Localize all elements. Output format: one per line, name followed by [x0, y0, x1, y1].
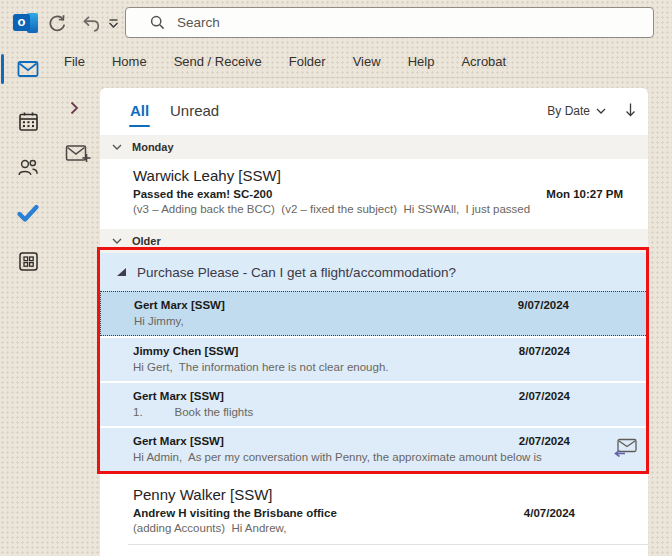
- message-preview: Hi Admin, As per my conversation with Pe…: [133, 451, 604, 463]
- calendar-icon: [17, 110, 40, 133]
- undo-button[interactable]: [78, 13, 102, 33]
- message-preview: 1. Book the flights: [133, 406, 604, 418]
- message-sender: Jimmy Chen [SSW]: [133, 345, 238, 357]
- nav-todo[interactable]: [0, 197, 56, 229]
- conversation-message[interactable]: Gert Marx [SSW] 2/07/2024 Hi Admin, As p…: [100, 426, 648, 472]
- search-icon: [150, 15, 165, 30]
- menu-view[interactable]: View: [353, 54, 381, 69]
- email-preview: (adding Accounts) Hi Andrew,: [133, 522, 628, 534]
- people-icon: [16, 156, 40, 178]
- conversation-message[interactable]: Gert Marx [SSW] 2/07/2024 1. Book the fl…: [100, 381, 648, 426]
- email-subject: Passed the exam! SC-200: [133, 188, 272, 200]
- tab-all-label: All: [130, 102, 149, 119]
- replied-icon: [613, 437, 639, 457]
- menu-send-receive[interactable]: Send / Receive: [174, 54, 262, 69]
- undo-icon: [79, 13, 101, 33]
- apps-grid-icon: [17, 250, 40, 273]
- message-list: All Unread By Date Monday: [100, 88, 648, 556]
- arrow-down-icon: [624, 102, 637, 118]
- new-email-button[interactable]: [65, 141, 93, 167]
- conversation-title: Purchase Please - Can I get a flight/acc…: [137, 265, 456, 280]
- menu-acrobat[interactable]: Acrobat: [461, 54, 506, 69]
- sort-by-dropdown[interactable]: By Date: [547, 104, 606, 118]
- send-receive-sync-button[interactable]: [45, 12, 69, 34]
- nav-mail[interactable]: [0, 53, 56, 85]
- email-subject: Andrew H visiting the Brisbane office: [133, 507, 337, 519]
- row-divider: [128, 544, 648, 545]
- search-input[interactable]: [177, 15, 653, 30]
- tab-all[interactable]: All: [130, 102, 149, 119]
- message-date: 9/07/2024: [518, 299, 569, 311]
- sync-icon: [46, 12, 68, 34]
- email-date: 4/07/2024: [524, 507, 575, 519]
- email-sender: Warwick Leahy [SSW]: [133, 167, 281, 185]
- chevron-right-icon: [70, 101, 79, 115]
- conversation-message-selected[interactable]: Gert Marx [SSW] 9/07/2024 Hi Jimmy,: [100, 291, 648, 336]
- sort-by-label: By Date: [547, 104, 590, 118]
- email-sender: Penny Walker [SSW]: [133, 486, 272, 504]
- new-mail-icon: [65, 142, 92, 166]
- menu-folder[interactable]: Folder: [289, 54, 326, 69]
- menu-file[interactable]: File: [64, 54, 85, 69]
- sort-direction-button[interactable]: [624, 101, 638, 119]
- replied-indicator: [613, 437, 639, 457]
- navigation-rail: [0, 45, 56, 556]
- menu-home[interactable]: Home: [112, 54, 147, 69]
- chevron-down-icon: [596, 108, 606, 114]
- conversation-message[interactable]: Jimmy Chen [SSW] 8/07/2024 Hi Gert, The …: [100, 336, 648, 381]
- message-date: 8/07/2024: [519, 345, 570, 357]
- customize-toolbar-button[interactable]: [105, 17, 121, 30]
- message-preview: Hi Jimmy,: [134, 315, 603, 327]
- outlook-logo-icon: [13, 11, 39, 35]
- chevron-down-icon: [112, 238, 122, 244]
- chevron-down-bar-icon: [108, 19, 119, 29]
- message-sender: Gert Marx [SSW]: [133, 390, 224, 402]
- message-date: 2/07/2024: [519, 435, 570, 447]
- search-bar[interactable]: [125, 7, 654, 38]
- chevron-down-icon: [112, 144, 122, 150]
- conversation-header[interactable]: Purchase Please - Can I get a flight/acc…: [100, 253, 648, 291]
- email-date: Mon 10:27 PM: [546, 188, 623, 200]
- message-preview: Hi Gert, The information here is not cle…: [133, 361, 604, 373]
- message-date: 2/07/2024: [519, 390, 570, 402]
- outlook-window: File Home Send / Receive Folder View Hel…: [0, 0, 672, 556]
- mail-icon: [16, 58, 40, 80]
- group-header-monday[interactable]: Monday: [100, 135, 648, 159]
- active-tab-underline: [129, 125, 150, 128]
- message-list-header: All Unread By Date: [100, 88, 648, 135]
- tab-unread[interactable]: Unread: [170, 102, 219, 119]
- expand-folder-pane-button[interactable]: [70, 100, 82, 115]
- selected-indicator: [1, 54, 4, 84]
- folder-pane-collapsed: [56, 88, 100, 556]
- group-label: Older: [132, 235, 161, 247]
- message-sender: Gert Marx [SSW]: [133, 435, 224, 447]
- todo-check-icon: [16, 203, 40, 223]
- email-row-warwick[interactable]: Warwick Leahy [SSW] Passed the exam! SC-…: [100, 159, 648, 229]
- group-label: Monday: [132, 141, 174, 153]
- email-row-penny[interactable]: Penny Walker [SSW] Andrew H visiting the…: [100, 478, 648, 545]
- nav-calendar[interactable]: [0, 105, 56, 137]
- title-bar: [0, 0, 672, 45]
- nav-apps[interactable]: [0, 245, 56, 277]
- email-preview: (v3 – Adding back the BCC) (v2 – fixed t…: [133, 203, 628, 215]
- ribbon-menu: File Home Send / Receive Folder View Hel…: [0, 45, 672, 78]
- message-sender: Gert Marx [SSW]: [134, 299, 225, 311]
- group-header-older[interactable]: Older: [100, 229, 648, 253]
- menu-help[interactable]: Help: [408, 54, 435, 69]
- nav-people[interactable]: [0, 151, 56, 183]
- conversation-expanded-icon: [117, 268, 126, 276]
